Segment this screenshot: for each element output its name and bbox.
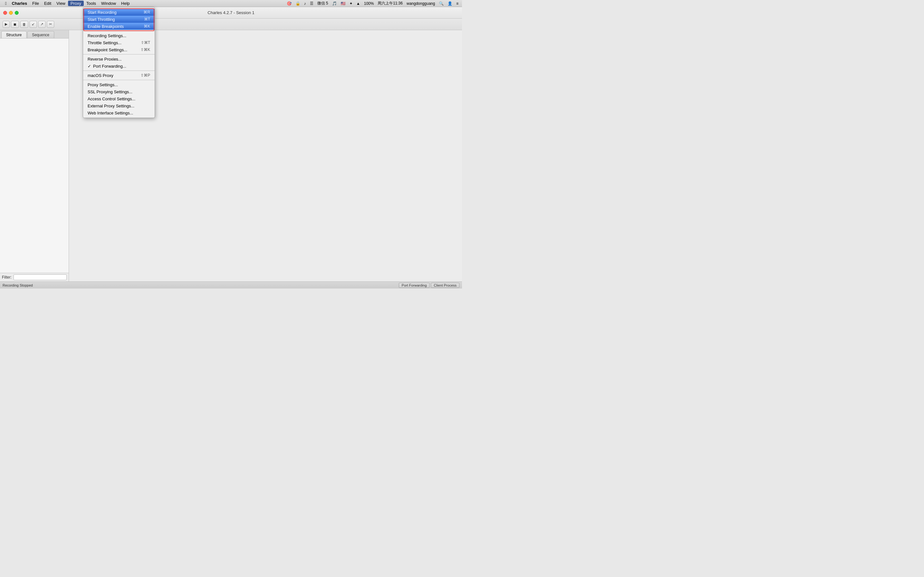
menu-start-throttling[interactable]: Start Throttling ⌘T xyxy=(83,16,155,23)
menubar:  Charles File Edit View Proxy Tools Win… xyxy=(0,0,462,7)
username: wangdongguang xyxy=(405,1,436,6)
menubar-view[interactable]: View xyxy=(54,1,68,6)
web-interface-label: Web Interface Settings... xyxy=(87,111,133,115)
menu-wechat[interactable]: 微信 5 xyxy=(317,1,329,6)
start-throttling-shortcut: ⌘T xyxy=(144,17,150,21)
window-controls xyxy=(3,11,19,15)
recording-settings-label: Recording Settings... xyxy=(87,33,126,38)
menu-reverse-proxies[interactable]: Reverse Proxies... xyxy=(83,55,155,63)
main-window: Charles 4.2.7 - Session 1 ▶ ⏹ 🗑 ↙ ↗ ✂ St… xyxy=(0,7,462,288)
start-throttling-label: Start Throttling xyxy=(87,17,115,22)
menu-icon-3[interactable]: ♪ xyxy=(303,1,307,6)
battery-status: 100% xyxy=(363,1,375,6)
toolbar-btn-4[interactable]: ↙ xyxy=(29,21,37,28)
bluetooth-icon[interactable]: ✦ xyxy=(349,1,354,6)
menu-web-interface[interactable]: Web Interface Settings... xyxy=(83,109,155,116)
apple-menu[interactable]:  xyxy=(3,1,9,6)
menu-external-proxy[interactable]: External Proxy Settings... xyxy=(83,102,155,109)
toolbar: ▶ ⏹ 🗑 ↙ ↗ ✂ xyxy=(0,19,462,30)
menubar-window[interactable]: Window xyxy=(99,1,118,6)
start-recording-label: Start Recording xyxy=(87,10,116,15)
port-forwarding-button[interactable]: Port Forwarding xyxy=(399,283,430,288)
enable-breakpoints-label: Enable Breakpoints xyxy=(87,24,124,29)
menu-enable-breakpoints[interactable]: Enable Breakpoints ⌘K xyxy=(83,23,155,30)
toolbar-btn-6[interactable]: ✂ xyxy=(47,21,54,28)
left-panel: Structure Sequence Filter: xyxy=(0,30,69,282)
toolbar-btn-3[interactable]: 🗑 xyxy=(20,21,28,28)
menu-port-forwarding[interactable]: ✓ Port Forwarding... xyxy=(83,63,155,69)
main-content: Structure Sequence Filter: xyxy=(0,30,462,282)
search-icon[interactable]: 🔍 xyxy=(438,1,445,6)
menu-macos-proxy[interactable]: macOS Proxy ⇧⌘P xyxy=(83,72,155,79)
datetime: 周六上午11:36 xyxy=(376,1,404,6)
menu-breakpoint-settings[interactable]: Breakpoint Settings... ⇧⌘K xyxy=(83,46,155,53)
menu-icon-4[interactable]: ☰ xyxy=(309,1,314,6)
menu-flag[interactable]: 🇺🇸 xyxy=(340,1,347,6)
throttle-settings-label: Throttle Settings... xyxy=(87,40,121,45)
menubar-edit[interactable]: Edit xyxy=(41,1,53,6)
proxy-menu: Start Recording ⌘R Start Throttling ⌘T E… xyxy=(83,7,155,118)
separator-4 xyxy=(83,80,155,80)
menubar-tools[interactable]: Tools xyxy=(84,1,99,6)
menu-throttle-settings[interactable]: Throttle Settings... ⇧⌘T xyxy=(83,39,155,46)
client-process-button[interactable]: Client Process xyxy=(431,283,459,288)
separator-3 xyxy=(83,71,155,71)
breakpoint-settings-label: Breakpoint Settings... xyxy=(87,47,128,52)
breakpoint-settings-shortcut: ⇧⌘K xyxy=(141,47,150,52)
ssl-proxying-label: SSL Proxying Settings... xyxy=(87,89,132,94)
menubar-help[interactable]: Help xyxy=(119,1,132,6)
separator-2 xyxy=(83,54,155,55)
filter-input[interactable] xyxy=(13,274,67,280)
access-control-label: Access Control Settings... xyxy=(87,97,136,101)
maximize-button[interactable] xyxy=(15,11,19,15)
menu-list-icon[interactable]: ≡ xyxy=(455,1,459,6)
menu-access-control[interactable]: Access Control Settings... xyxy=(83,95,155,102)
statusbar-right: Port Forwarding Client Process xyxy=(399,283,459,288)
recording-status: Recording Stopped xyxy=(3,284,33,287)
titlebar: Charles 4.2.7 - Session 1 xyxy=(0,7,462,19)
menubar-right: 🎯 🔒 ♪ ☰ 微信 5 🎵 🇺🇸 ✦ ▲ 100% 周六上午11:36 wan… xyxy=(286,1,459,6)
user-avatar[interactable]: 👤 xyxy=(447,1,453,6)
macos-proxy-shortcut: ⇧⌘P xyxy=(141,73,150,77)
toolbar-btn-5[interactable]: ↗ xyxy=(38,21,45,28)
port-forwarding-checkmark: ✓ xyxy=(87,64,91,69)
proxy-settings-label: Proxy Settings... xyxy=(87,82,118,87)
statusbar: Recording Stopped Port Forwarding Client… xyxy=(0,282,462,288)
start-recording-shortcut: ⌘R xyxy=(144,10,150,15)
throttle-settings-shortcut: ⇧⌘T xyxy=(141,40,150,45)
external-proxy-label: External Proxy Settings... xyxy=(87,103,134,108)
toolbar-btn-1[interactable]: ▶ xyxy=(3,21,10,28)
menu-recording-settings[interactable]: Recording Settings... xyxy=(83,32,155,39)
window-title: Charles 4.2.7 - Session 1 xyxy=(208,10,254,15)
menubar-charles[interactable]: Charles xyxy=(9,1,30,6)
tab-structure[interactable]: Structure xyxy=(1,31,27,38)
filter-label: Filter: xyxy=(2,275,11,279)
menu-icon-1[interactable]: 🎯 xyxy=(286,1,292,6)
left-panel-content xyxy=(0,39,69,273)
enable-breakpoints-shortcut: ⌘K xyxy=(144,24,150,29)
toolbar-btn-2[interactable]: ⏹ xyxy=(11,21,19,28)
filter-bar: Filter: xyxy=(0,273,69,282)
macos-proxy-label: macOS Proxy xyxy=(87,73,113,78)
menu-proxy-settings[interactable]: Proxy Settings... xyxy=(83,81,155,88)
minimize-button[interactable] xyxy=(9,11,13,15)
menubar-proxy[interactable]: Proxy xyxy=(68,1,84,6)
menu-start-recording[interactable]: Start Recording ⌘R xyxy=(83,9,155,16)
menu-icon-5[interactable]: 🎵 xyxy=(331,1,338,6)
menu-icon-2[interactable]: 🔒 xyxy=(294,1,301,6)
reverse-proxies-label: Reverse Proxies... xyxy=(87,57,121,61)
menu-ssl-proxying[interactable]: SSL Proxying Settings... xyxy=(83,88,155,95)
tab-sequence[interactable]: Sequence xyxy=(27,31,54,38)
port-forwarding-label: Port Forwarding... xyxy=(93,64,126,69)
wifi-icon[interactable]: ▲ xyxy=(355,1,361,6)
close-button[interactable] xyxy=(3,11,7,15)
tabs-area: Structure Sequence xyxy=(0,30,69,39)
menubar-file[interactable]: File xyxy=(29,1,41,6)
